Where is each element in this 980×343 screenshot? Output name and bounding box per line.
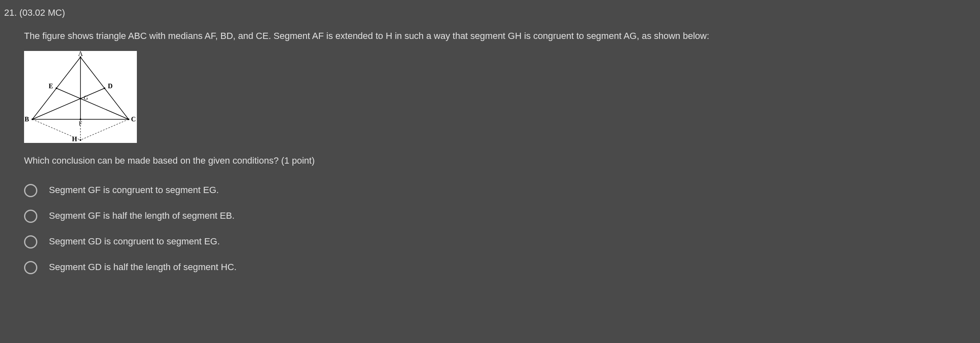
svg-point-11 xyxy=(128,118,129,120)
option-4[interactable]: Segment GD is half the length of segment… xyxy=(24,261,976,274)
svg-text:B: B xyxy=(24,116,29,123)
option-label: Segment GD is half the length of segment… xyxy=(49,261,236,273)
svg-text:E: E xyxy=(49,82,53,89)
svg-point-15 xyxy=(80,98,81,99)
svg-text:A: A xyxy=(78,51,83,57)
svg-text:H: H xyxy=(72,135,78,143)
option-3[interactable]: Segment GD is congruent to segment EG. xyxy=(24,235,976,249)
radio-icon xyxy=(24,210,37,223)
svg-point-10 xyxy=(32,118,33,120)
question-number: 21. (03.02 MC) xyxy=(4,7,976,18)
svg-point-13 xyxy=(56,87,57,89)
radio-icon xyxy=(24,235,37,249)
option-label: Segment GD is congruent to segment EG. xyxy=(49,236,220,248)
option-label: Segment GF is congruent to segment EG. xyxy=(49,184,219,196)
figure-image: A B C D E F G H xyxy=(24,51,137,143)
svg-text:D: D xyxy=(108,82,113,89)
question-text: The figure shows triangle ABC with media… xyxy=(24,30,976,43)
svg-line-8 xyxy=(80,119,129,140)
svg-point-14 xyxy=(80,118,81,120)
svg-text:F: F xyxy=(79,121,82,127)
options-list: Segment GF is congruent to segment EG. S… xyxy=(24,184,976,274)
option-1[interactable]: Segment GF is congruent to segment EG. xyxy=(24,184,976,197)
svg-text:G: G xyxy=(84,95,88,101)
option-2[interactable]: Segment GF is half the length of segment… xyxy=(24,210,976,223)
question-prompt: Which conclusion can be made based on th… xyxy=(24,155,976,167)
svg-text:C: C xyxy=(131,116,136,123)
radio-icon xyxy=(24,261,37,274)
option-label: Segment GF is half the length of segment… xyxy=(49,210,235,222)
svg-line-5 xyxy=(56,88,129,119)
svg-point-12 xyxy=(104,87,105,89)
question-body: The figure shows triangle ABC with media… xyxy=(4,30,976,274)
svg-point-16 xyxy=(80,139,81,141)
svg-line-4 xyxy=(32,88,105,119)
triangle-diagram-icon: A B C D E F G H xyxy=(24,51,137,143)
radio-icon xyxy=(24,184,37,197)
